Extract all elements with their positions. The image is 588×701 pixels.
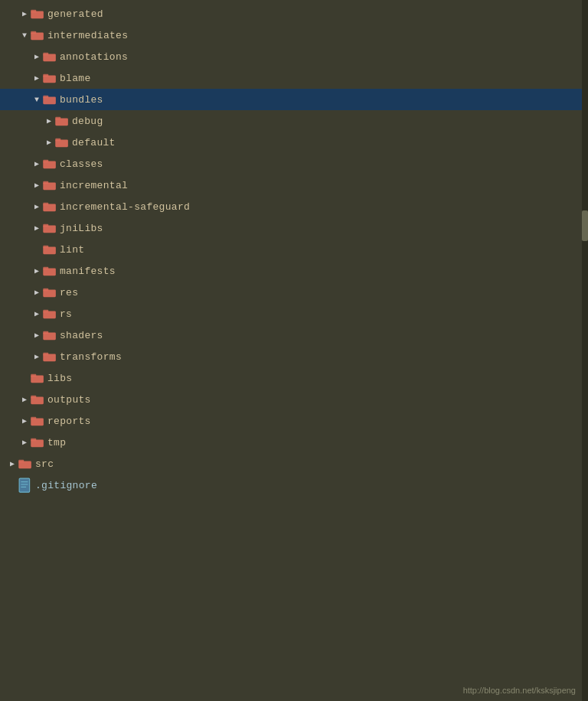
label-intermediates: intermediates	[47, 30, 128, 41]
tree-item-gitignore[interactable]: .gitignore	[0, 474, 588, 496]
svg-rect-7	[43, 74, 48, 77]
tree-item-lint[interactable]: lint	[0, 239, 588, 260]
tree-item-src[interactable]: src	[0, 453, 588, 474]
folder-icon-jniLibs	[43, 222, 57, 234]
tree-item-incremental-safeguard[interactable]: incremental-safeguard	[0, 196, 588, 217]
svg-rect-33	[43, 353, 48, 356]
folder-icon-generated	[31, 8, 44, 20]
svg-rect-25	[43, 267, 48, 270]
label-jniLibs: jniLibs	[60, 223, 103, 234]
svg-rect-23	[43, 246, 48, 249]
folder-icon-incremental-safeguard	[43, 201, 57, 213]
svg-rect-37	[31, 396, 36, 399]
label-blame: blame	[60, 73, 91, 84]
tree-item-incremental[interactable]: incremental	[0, 174, 588, 196]
folder-icon-tmp	[31, 436, 44, 448]
label-incremental-safeguard: incremental-safeguard	[60, 201, 190, 213]
tree-item-jniLibs[interactable]: jniLibs	[0, 217, 588, 239]
arrow-libs[interactable]	[18, 372, 31, 384]
tree-item-rs[interactable]: rs	[0, 303, 588, 324]
folder-icon-default	[55, 136, 69, 148]
label-lint: lint	[60, 244, 84, 256]
arrow-debug[interactable]	[43, 115, 55, 127]
tree-item-annotations[interactable]: annotations	[0, 46, 588, 67]
arrow-lint[interactable]	[31, 243, 43, 256]
tree-item-reports[interactable]: reports	[0, 410, 588, 432]
tree-item-generated[interactable]: generated	[0, 3, 588, 24]
arrow-res[interactable]	[31, 286, 43, 298]
label-debug: debug	[72, 116, 103, 127]
arrow-annotations[interactable]	[31, 51, 43, 63]
arrow-src[interactable]	[6, 458, 18, 470]
svg-rect-21	[43, 224, 48, 227]
tree-item-outputs[interactable]: outputs	[0, 389, 588, 410]
tree-item-default[interactable]: default	[0, 132, 588, 153]
svg-rect-15	[43, 160, 48, 163]
tree-item-intermediates[interactable]: intermediates	[0, 24, 588, 46]
arrow-manifests[interactable]	[31, 265, 43, 277]
svg-rect-9	[43, 96, 48, 99]
label-gitignore: .gitignore	[35, 480, 97, 491]
svg-rect-29	[43, 310, 48, 313]
arrow-intermediates[interactable]	[18, 29, 31, 41]
tree-item-classes[interactable]: classes	[0, 153, 588, 174]
label-transforms: transforms	[60, 351, 122, 363]
folder-icon-outputs	[31, 393, 44, 406]
scrollbar-thumb[interactable]	[582, 210, 588, 241]
label-res: res	[60, 287, 78, 298]
label-classes: classes	[60, 158, 103, 170]
arrow-tmp[interactable]	[18, 436, 31, 448]
folder-icon-blame	[43, 72, 57, 84]
arrow-default[interactable]	[43, 136, 55, 148]
folder-icon-res	[43, 286, 57, 298]
folder-icon-classes	[43, 158, 57, 170]
svg-rect-11	[55, 117, 60, 120]
arrow-transforms[interactable]	[31, 350, 43, 363]
svg-rect-19	[43, 203, 48, 206]
tree-item-shaders[interactable]: shaders	[0, 324, 588, 346]
folder-icon-shaders	[43, 329, 57, 341]
label-bundles: bundles	[60, 94, 103, 106]
label-incremental: incremental	[60, 180, 128, 191]
arrow-shaders[interactable]	[31, 329, 43, 341]
arrow-rs[interactable]	[31, 308, 43, 320]
folder-icon-manifests	[43, 265, 57, 277]
tree-item-blame[interactable]: blame	[0, 67, 588, 89]
folder-icon-annotations	[43, 51, 57, 63]
file-icon-gitignore	[18, 479, 32, 491]
arrow-gitignore[interactable]	[6, 479, 18, 491]
folder-icon-reports	[31, 415, 44, 427]
folder-icon-rs	[43, 308, 57, 320]
label-generated: generated	[47, 8, 103, 20]
watermark: http://blog.csdn.net/ksksjipeng	[463, 686, 576, 695]
tree-item-libs[interactable]: libs	[0, 367, 588, 389]
tree-item-bundles[interactable]: bundles	[0, 89, 588, 110]
arrow-bundles[interactable]	[31, 93, 43, 106]
scrollbar-track[interactable]	[582, 0, 588, 701]
arrow-reports[interactable]	[18, 415, 31, 427]
tree-item-debug[interactable]: debug	[0, 110, 588, 132]
arrow-classes[interactable]	[31, 158, 43, 170]
arrow-jniLibs[interactable]	[31, 222, 43, 234]
label-libs: libs	[47, 373, 72, 384]
label-annotations: annotations	[60, 51, 128, 63]
arrow-generated[interactable]	[18, 8, 31, 20]
svg-rect-3	[31, 31, 36, 34]
arrow-incremental[interactable]	[31, 179, 43, 191]
tree-item-transforms[interactable]: transforms	[0, 346, 588, 367]
svg-rect-44	[19, 478, 30, 492]
label-rs: rs	[60, 308, 72, 320]
tree-item-res[interactable]: res	[0, 282, 588, 303]
folder-icon-intermediates	[31, 29, 44, 41]
file-tree: generated intermediates annotations blam…	[0, 0, 588, 496]
folder-icon-src	[18, 458, 32, 470]
arrow-outputs[interactable]	[18, 393, 31, 406]
tree-item-manifests[interactable]: manifests	[0, 260, 588, 282]
svg-rect-41	[31, 439, 36, 442]
arrow-incremental-safeguard[interactable]	[31, 201, 43, 213]
svg-rect-43	[18, 460, 24, 463]
svg-rect-13	[55, 139, 60, 142]
tree-item-tmp[interactable]: tmp	[0, 432, 588, 453]
svg-rect-1	[31, 10, 36, 13]
arrow-blame[interactable]	[31, 72, 43, 84]
